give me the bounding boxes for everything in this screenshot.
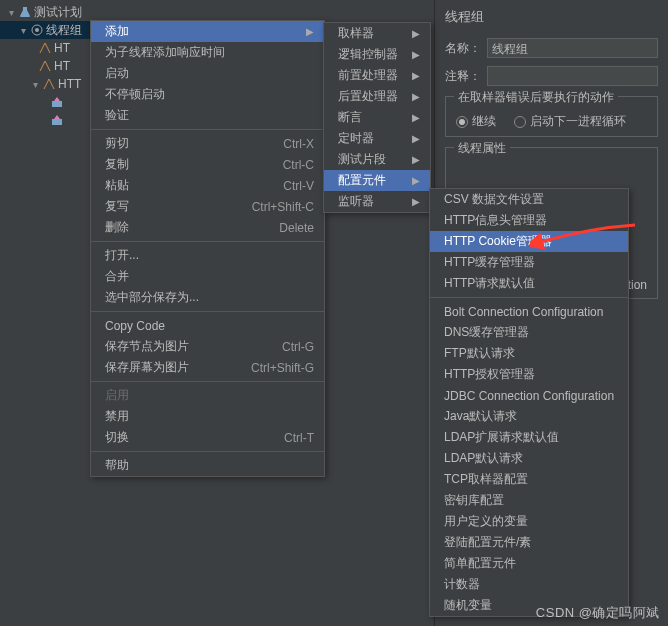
menu-item[interactable]: 合并: [91, 266, 324, 287]
menu-item[interactable]: 用户定义的变量: [430, 511, 628, 532]
menu-item-label: 保存节点为图片: [105, 338, 189, 355]
menu-item[interactable]: FTP默认请求: [430, 343, 628, 364]
comment-input[interactable]: [487, 66, 658, 86]
menu-item[interactable]: HTTP授权管理器: [430, 364, 628, 385]
menu-separator: [91, 129, 324, 130]
chevron-right-icon: ▶: [412, 70, 420, 81]
menu-item[interactable]: 启动: [91, 63, 324, 84]
menu-item[interactable]: 逻辑控制器▶: [324, 44, 430, 65]
menu-item-label: 登陆配置元件/素: [444, 534, 531, 551]
menu-item-label: 启用: [105, 387, 129, 404]
menu-item[interactable]: 保存节点为图片Ctrl-G: [91, 336, 324, 357]
menu-item[interactable]: 监听器▶: [324, 191, 430, 212]
menu-item[interactable]: 选中部分保存为...: [91, 287, 324, 308]
chevron-right-icon: ▶: [412, 28, 420, 39]
menu-item[interactable]: 复写Ctrl+Shift-C: [91, 196, 324, 217]
menu-item[interactable]: 为子线程添加响应时间: [91, 42, 324, 63]
menu-item[interactable]: 打开...: [91, 245, 324, 266]
radio-label: 启动下一进程循环: [530, 113, 626, 130]
menu-item-label: 剪切: [105, 135, 129, 152]
menu-item[interactable]: 剪切Ctrl-X: [91, 133, 324, 154]
menu-item[interactable]: Java默认请求: [430, 406, 628, 427]
svg-rect-3: [52, 119, 62, 125]
error-action-box: 在取样器错误后要执行的动作 继续 启动下一进程循环: [445, 96, 658, 137]
chevron-right-icon: ▶: [412, 91, 420, 102]
menu-item[interactable]: TCP取样器配置: [430, 469, 628, 490]
comment-label: 注释：: [445, 68, 487, 85]
menu-item[interactable]: HTTP Cookie管理器: [430, 231, 628, 252]
tree-root-label: 测试计划: [34, 4, 82, 21]
chevron-right-icon: ▶: [412, 49, 420, 60]
menu-item-label: 验证: [105, 107, 129, 124]
name-field-row: 名称： 线程组: [445, 38, 658, 58]
menu-item[interactable]: 验证: [91, 105, 324, 126]
menu-item[interactable]: LDAP扩展请求默认值: [430, 427, 628, 448]
menu-item-label: 帮助: [105, 457, 129, 474]
tree-item[interactable]: HT: [0, 57, 90, 75]
svg-point-1: [35, 28, 39, 32]
sampler-icon: [38, 59, 52, 73]
radio-continue[interactable]: 继续: [456, 113, 496, 130]
tree-root[interactable]: 测试计划: [0, 3, 90, 21]
menu-item[interactable]: 添加▶: [91, 21, 324, 42]
menu-item[interactable]: 登陆配置元件/素: [430, 532, 628, 553]
tree-item[interactable]: [0, 93, 90, 111]
menu-item[interactable]: 不停顿启动: [91, 84, 324, 105]
menu-item[interactable]: DNS缓存管理器: [430, 322, 628, 343]
menu-item[interactable]: 测试片段▶: [324, 149, 430, 170]
menu-item[interactable]: 简单配置元件: [430, 553, 628, 574]
name-input[interactable]: 线程组: [487, 38, 658, 58]
menu-item-label: HTTP信息头管理器: [444, 212, 547, 229]
caret-icon: [6, 7, 16, 18]
menu-item-label: 不停顿启动: [105, 86, 165, 103]
menu-item[interactable]: 断言▶: [324, 107, 430, 128]
menu-item[interactable]: 切换Ctrl-T: [91, 427, 324, 448]
box-title: 在取样器错误后要执行的动作: [454, 89, 618, 106]
menu-item[interactable]: Copy Code: [91, 315, 324, 336]
menu-item-label: 用户定义的变量: [444, 513, 528, 530]
name-label: 名称：: [445, 40, 487, 57]
menu-item-label: 为子线程添加响应时间: [105, 44, 225, 61]
menu-item[interactable]: 复制Ctrl-C: [91, 154, 324, 175]
tree-item[interactable]: [0, 111, 90, 129]
menu-item-label: LDAP默认请求: [444, 450, 523, 467]
menu-item[interactable]: HTTP请求默认值: [430, 273, 628, 294]
chevron-right-icon: ▶: [306, 26, 314, 37]
menu-item[interactable]: HTTP缓存管理器: [430, 252, 628, 273]
menu-shortcut: Ctrl-X: [283, 137, 314, 151]
caret-icon: [18, 25, 28, 36]
menu-item[interactable]: 后置处理器▶: [324, 86, 430, 107]
menu-item-label: 复制: [105, 156, 129, 173]
menu-separator: [91, 241, 324, 242]
tree-panel: 测试计划 线程组 HT HT HTT: [0, 0, 90, 626]
tree-item[interactable]: HT: [0, 39, 90, 57]
tree-thread-group[interactable]: 线程组: [0, 21, 90, 39]
menu-item[interactable]: 删除Delete: [91, 217, 324, 238]
menu-item-label: TCP取样器配置: [444, 471, 528, 488]
menu-item[interactable]: 计数器: [430, 574, 628, 595]
menu-item-label: Copy Code: [105, 319, 165, 333]
panel-title: 线程组: [445, 8, 658, 26]
menu-item-label: 密钥库配置: [444, 492, 504, 509]
menu-item[interactable]: JDBC Connection Configuration: [430, 385, 628, 406]
chevron-right-icon: ▶: [412, 154, 420, 165]
menu-item[interactable]: 帮助: [91, 455, 324, 476]
menu-item[interactable]: HTTP信息头管理器: [430, 210, 628, 231]
menu-item[interactable]: LDAP默认请求: [430, 448, 628, 469]
menu-item[interactable]: 前置处理器▶: [324, 65, 430, 86]
menu-item[interactable]: 配置元件▶: [324, 170, 430, 191]
menu-item[interactable]: 禁用: [91, 406, 324, 427]
menu-item[interactable]: 粘贴Ctrl-V: [91, 175, 324, 196]
menu-item[interactable]: 取样器▶: [324, 23, 430, 44]
menu-item[interactable]: 密钥库配置: [430, 490, 628, 511]
menu-item[interactable]: 保存屏幕为图片Ctrl+Shift-G: [91, 357, 324, 378]
menu-item[interactable]: Bolt Connection Configuration: [430, 301, 628, 322]
tree-item[interactable]: HTT: [0, 75, 90, 93]
menu-item[interactable]: 定时器▶: [324, 128, 430, 149]
menu-item[interactable]: CSV 数据文件设置: [430, 189, 628, 210]
menu-item-label: HTTP Cookie管理器: [444, 233, 552, 250]
menu-shortcut: Ctrl+Shift-C: [252, 200, 314, 214]
menu-item-label: 配置元件: [338, 172, 386, 189]
radio-next-loop[interactable]: 启动下一进程循环: [514, 113, 626, 130]
menu-item-label: 取样器: [338, 25, 374, 42]
